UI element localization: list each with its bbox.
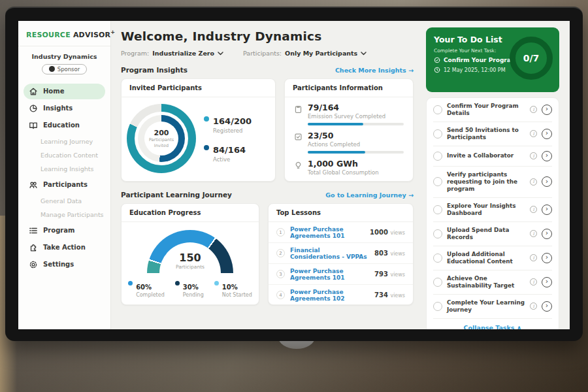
legend-not-started: 10%Not Started bbox=[214, 280, 252, 298]
lesson-link[interactable]: Power Purchase Agreements 102 bbox=[290, 289, 369, 302]
lesson-link[interactable]: Power Purchase Agreements 101 bbox=[290, 268, 369, 281]
chevron-right-icon[interactable]: › bbox=[542, 229, 552, 239]
arrow-right-icon: → bbox=[408, 191, 414, 199]
stat-emission-survey: 79/164 Emission Survey Completed bbox=[285, 97, 413, 125]
participants-information-title: Participants Information bbox=[285, 79, 413, 97]
top-lessons-card: Top Lessons 1 Power Purchase Agreements … bbox=[268, 203, 414, 305]
chevron-right-icon[interactable]: › bbox=[542, 277, 552, 287]
task-checkbox[interactable] bbox=[433, 253, 442, 263]
task-row: Explore Your Insights Dashboard i › bbox=[433, 198, 552, 222]
chevron-right-icon[interactable]: › bbox=[542, 301, 552, 312]
task-row: Send 50 Invitations to Participants i › bbox=[433, 122, 552, 146]
sidebar-nav: Home Insights Education Learning Journey… bbox=[18, 81, 110, 275]
learning-journey-heading: Participant Learning Journey bbox=[121, 191, 232, 199]
top-lessons-title: Top Lessons bbox=[269, 204, 413, 222]
lesson-row: 2 Financial Considerations - VPPAs 803 v… bbox=[269, 243, 413, 264]
sidebar-item-program[interactable]: Program bbox=[24, 223, 105, 238]
info-icon[interactable]: i bbox=[530, 254, 537, 261]
info-icon[interactable]: i bbox=[530, 278, 537, 286]
go-to-learning-journey-link[interactable]: Go to Learning Journey → bbox=[325, 191, 414, 199]
legend-dot-not-started bbox=[214, 281, 219, 286]
clipboard-icon bbox=[294, 105, 302, 114]
info-icon[interactable]: i bbox=[530, 302, 537, 310]
check-square-icon bbox=[294, 133, 302, 141]
chevron-right-icon[interactable]: › bbox=[542, 129, 552, 139]
info-icon[interactable]: i bbox=[530, 178, 537, 186]
task-row: Complete Your Learning Journey i › bbox=[433, 295, 552, 319]
clock-icon bbox=[434, 67, 440, 73]
dashboard-screen: RESOURCE ADVISOR+ Industry Dynamics Spon… bbox=[18, 21, 570, 329]
page-title: Welcome, Industry Dynamics bbox=[121, 29, 414, 43]
legend-completed: 60%Completed bbox=[128, 280, 165, 298]
sponsor-badge[interactable]: Sponsor bbox=[42, 64, 88, 74]
monitor-bezel: RESOURCE ADVISOR+ Industry Dynamics Spon… bbox=[5, 7, 583, 341]
gauge-legend: 60%Completed 30%Pending 10%Not Started bbox=[128, 280, 252, 298]
chevron-right-icon[interactable]: › bbox=[542, 204, 552, 215]
chevron-right-icon[interactable]: › bbox=[542, 105, 552, 115]
emission-survey-progress-bar bbox=[308, 123, 404, 125]
info-icon[interactable]: i bbox=[530, 130, 537, 137]
education-progress-card: Education Progress 150 Participants 60%C… bbox=[121, 203, 259, 305]
task-checkbox[interactable] bbox=[433, 205, 442, 214]
chevron-right-icon[interactable]: › bbox=[542, 253, 552, 263]
task-row: Invite a Collaborator i › bbox=[433, 146, 552, 167]
sidebar-item-learning-journey[interactable]: Learning Journey bbox=[18, 135, 110, 148]
program-insights-heading: Program Insights bbox=[121, 66, 188, 74]
task-checkbox[interactable] bbox=[433, 152, 442, 161]
home-icon bbox=[29, 87, 38, 96]
task-checkbox[interactable] bbox=[433, 278, 442, 287]
legend-dot-pending bbox=[175, 281, 180, 286]
task-checkbox[interactable] bbox=[433, 229, 442, 238]
task-checkbox[interactable] bbox=[433, 129, 442, 139]
task-row: Achieve One Sustainability Target i › bbox=[433, 270, 552, 295]
sidebar-item-general-data[interactable]: General Data bbox=[18, 194, 110, 208]
check-circle-icon bbox=[434, 57, 440, 63]
lesson-link[interactable]: Power Purchase Agreements 101 bbox=[290, 226, 365, 239]
info-icon[interactable]: i bbox=[530, 206, 537, 213]
task-checkbox[interactable] bbox=[433, 105, 442, 114]
sidebar-item-take-action[interactable]: Take Action bbox=[24, 240, 105, 255]
sidebar-item-settings[interactable]: Settings bbox=[24, 257, 105, 272]
check-more-insights-link[interactable]: Check More Insights → bbox=[335, 67, 414, 74]
sidebar-item-participants[interactable]: Participants bbox=[24, 177, 105, 193]
program-filter-dropdown[interactable]: Program: Industrialize Zero bbox=[121, 50, 223, 57]
org-name: Industry Dynamics bbox=[21, 53, 108, 60]
education-progress-title: Education Progress bbox=[122, 204, 259, 222]
invited-participants-card: Invited Participants 200 Participants In… bbox=[121, 78, 276, 182]
task-checkbox[interactable] bbox=[433, 302, 442, 311]
lesson-row: 4 Power Purchase Agreements 102 734 view… bbox=[269, 285, 413, 305]
info-icon[interactable]: i bbox=[530, 106, 537, 113]
chevron-down-icon bbox=[218, 52, 223, 56]
info-icon[interactable]: i bbox=[530, 230, 537, 237]
sidebar-item-learning-insights[interactable]: Learning Insights bbox=[18, 162, 110, 176]
sponsor-icon bbox=[49, 66, 55, 72]
sidebar-item-education-content[interactable]: Education Content bbox=[18, 148, 110, 162]
task-checkbox[interactable] bbox=[433, 177, 442, 186]
stat-global-consumption: 1,000 GWh Total Global Consumption bbox=[285, 154, 413, 176]
participants-filter-dropdown[interactable]: Participants: Only My Participants bbox=[243, 50, 367, 57]
legend-dot-active bbox=[204, 145, 209, 150]
arrow-right-icon: → bbox=[408, 67, 414, 74]
task-row: Upload Spend Data Records i › bbox=[433, 222, 552, 246]
chevron-right-icon[interactable]: › bbox=[542, 151, 552, 161]
sidebar-item-manage-participants[interactable]: Manage Participants bbox=[18, 208, 110, 221]
task-row: Verify participants requesting to join t… bbox=[433, 167, 552, 198]
invited-participants-donut-chart: 200 Participants Invited bbox=[127, 104, 196, 173]
todo-header-card: Your To Do List Complete Your Next Task:… bbox=[426, 27, 559, 92]
info-icon[interactable]: i bbox=[530, 152, 537, 159]
sidebar-item-home[interactable]: Home bbox=[24, 84, 105, 99]
lightbulb-icon bbox=[294, 161, 302, 170]
gear-icon bbox=[29, 260, 38, 269]
legend-dot-completed bbox=[128, 281, 133, 286]
todo-column: Your To Do List Complete Your Next Task:… bbox=[423, 21, 570, 329]
legend-pending: 30%Pending bbox=[175, 280, 204, 298]
chevron-right-icon[interactable]: › bbox=[542, 176, 552, 187]
sidebar-item-education[interactable]: Education bbox=[24, 118, 105, 133]
sidebar-item-insights[interactable]: Insights bbox=[24, 101, 105, 116]
actions-completed-progress-bar bbox=[308, 151, 404, 154]
lesson-link[interactable]: Financial Considerations - VPPAs bbox=[290, 247, 369, 260]
app-logo: RESOURCE ADVISOR+ bbox=[18, 21, 110, 46]
list-icon bbox=[29, 226, 38, 235]
legend-active: 84/164Active bbox=[204, 143, 252, 163]
collapse-tasks-link[interactable]: Collapse Tasks ∧ bbox=[433, 319, 552, 329]
